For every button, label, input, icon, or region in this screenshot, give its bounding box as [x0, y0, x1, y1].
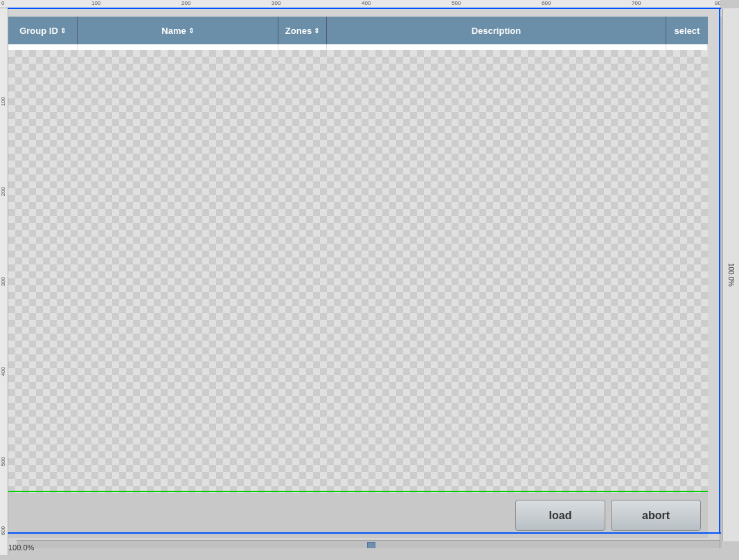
ruler-mark-left-500: 500	[0, 457, 6, 466]
blue-line-bottom	[8, 532, 721, 534]
canvas-area	[8, 50, 708, 500]
ruler-mark-700: 700	[632, 0, 641, 6]
ruler-mark-100: 100	[91, 0, 100, 6]
ruler-mark-left-300: 300	[0, 277, 6, 286]
ruler-mark-600: 600	[542, 0, 551, 6]
ruler-mark-200: 200	[181, 0, 190, 6]
load-button[interactable]: load	[515, 500, 605, 531]
col-header-name[interactable]: Name ⇕	[78, 17, 278, 44]
side-percent-label: 100.0%	[722, 8, 739, 541]
ruler-mark-0: 0	[1, 0, 4, 6]
scrollbar-bottom[interactable]	[17, 540, 720, 548]
main-area: Group ID ⇕ Name ⇕ Zones ⇕ Description se…	[8, 8, 722, 548]
col-header-description: Description	[327, 17, 666, 44]
ruler-mark-800: 800	[715, 0, 720, 6]
ruler-mark-left-200: 200	[0, 187, 6, 196]
ruler-mark-300: 300	[271, 0, 281, 6]
ruler-mark-left-100: 100	[0, 97, 6, 106]
blue-line-top	[8, 8, 721, 9]
zoom-label: 100.0%	[8, 543, 34, 552]
col-header-select: select	[666, 17, 708, 44]
col-header-zones[interactable]: Zones ⇕	[278, 17, 327, 44]
outer-container: 0 100 200 300 400 500 600 700 800 100 20…	[0, 0, 739, 560]
ruler-left: 100 200 300 400 500 600	[0, 8, 8, 555]
ruler-mark-500: 500	[452, 0, 461, 6]
sort-icon-zones: ⇕	[314, 27, 319, 35]
ruler-mark-left-400: 400	[0, 367, 6, 376]
abort-button[interactable]: abort	[611, 500, 701, 531]
scrollbar-bottom-thumb[interactable]	[367, 542, 375, 548]
green-line	[8, 491, 708, 492]
ruler-mark-left-600: 600	[0, 526, 6, 535]
blue-line-right	[719, 8, 720, 532]
ruler-mark-400: 400	[362, 0, 371, 6]
table-header: Group ID ⇕ Name ⇕ Zones ⇕ Description se…	[8, 17, 708, 44]
col-header-group-id[interactable]: Group ID ⇕	[8, 17, 78, 44]
sort-icon-name: ⇕	[188, 27, 194, 35]
sort-icon-group-id: ⇕	[60, 27, 66, 35]
bottom-buttons: load abort	[8, 493, 708, 538]
